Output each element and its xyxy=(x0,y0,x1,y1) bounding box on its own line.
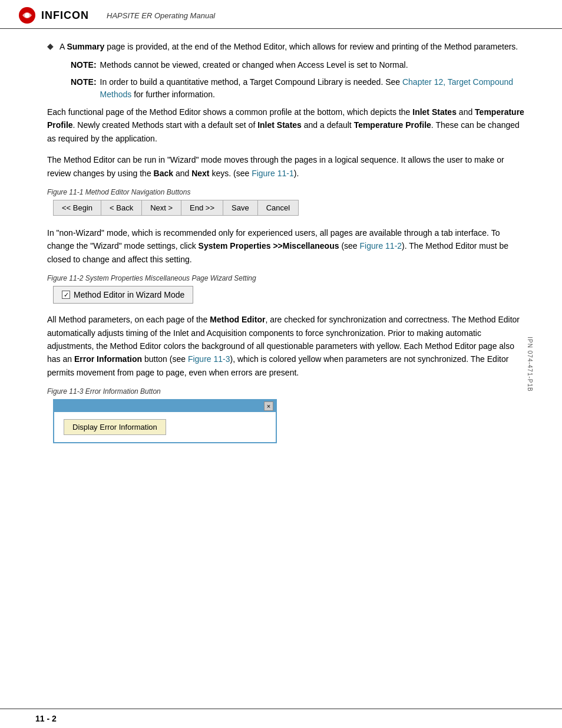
display-error-button[interactable]: Display Error Information xyxy=(64,419,166,435)
error-info-figure: × Display Error Information xyxy=(53,399,277,443)
wizard-mode-checkbox[interactable]: ✓ xyxy=(62,291,70,299)
error-info-content: Display Error Information xyxy=(54,412,276,442)
nav-buttons-figure: << Begin < Back Next > End >> Save Cance… xyxy=(53,200,299,216)
note-1-label: NOTE: xyxy=(71,59,97,71)
manual-title: HAPSITE ER Operating Manual xyxy=(107,11,215,20)
svg-point-1 xyxy=(25,13,29,18)
logo-area: INFICON xyxy=(18,6,89,25)
side-label: IPN 074-471-P1B xyxy=(527,337,533,391)
next-button[interactable]: Next > xyxy=(142,200,181,215)
back-button[interactable]: < Back xyxy=(101,200,142,215)
error-info-titlebar: × xyxy=(54,400,276,412)
bullet-symbol: ◆ xyxy=(47,41,54,53)
page-number: 11 - 2 xyxy=(35,714,57,723)
chapter-12-link[interactable]: Chapter 12, Target Compound Methods xyxy=(100,77,514,99)
save-button[interactable]: Save xyxy=(223,200,258,215)
page-footer: 11 - 2 xyxy=(0,709,562,728)
close-icon[interactable]: × xyxy=(264,401,273,411)
figure-1-label: Figure 11-1 Method Editor Navigation But… xyxy=(47,188,527,196)
figure-11-3-link[interactable]: Figure 11-3 xyxy=(188,354,230,364)
page-header: INFICON HAPSITE ER Operating Manual xyxy=(0,0,562,29)
end-button[interactable]: End >> xyxy=(181,200,223,215)
note-1: NOTE: Methods cannot be viewed, created … xyxy=(71,59,527,71)
wizard-mode-label: Method Editor in Wizard Mode xyxy=(74,290,184,299)
summary-bullet: ◆ A Summary page is provided, at the end… xyxy=(47,41,527,53)
wizard-mode-figure: ✓ Method Editor in Wizard Mode xyxy=(53,286,193,304)
note-2-text: In order to build a quantitative method,… xyxy=(100,76,527,101)
figure-11-1-link[interactable]: Figure 11-1 xyxy=(252,169,294,178)
main-content: ◆ A Summary page is provided, at the end… xyxy=(0,29,562,709)
paragraph-1: Each functional page of the Method Edito… xyxy=(47,106,527,145)
cancel-button[interactable]: Cancel xyxy=(258,200,298,215)
note-2-label: NOTE: xyxy=(71,76,97,101)
figure-3-label: Figure 11-3 Error Information Button xyxy=(47,387,527,396)
paragraph-4: All Method parameters, on each page of t… xyxy=(47,313,527,379)
company-name: INFICON xyxy=(41,9,89,22)
note-2: NOTE: In order to build a quantitative m… xyxy=(71,76,527,101)
begin-button[interactable]: << Begin xyxy=(54,200,101,215)
note-1-text: Methods cannot be viewed, created or cha… xyxy=(100,59,408,71)
inficon-logo-icon xyxy=(18,6,37,25)
paragraph-3: In "non-Wizard" mode, which is recommend… xyxy=(47,226,527,266)
paragraph-2: The Method Editor can be run in "Wizard"… xyxy=(47,153,527,180)
figure-11-2-link[interactable]: Figure 11-2 xyxy=(360,241,402,251)
summary-bullet-text: A Summary page is provided, at the end o… xyxy=(59,41,518,53)
figure-2-label: Figure 11-2 System Properties Miscellane… xyxy=(47,274,527,282)
